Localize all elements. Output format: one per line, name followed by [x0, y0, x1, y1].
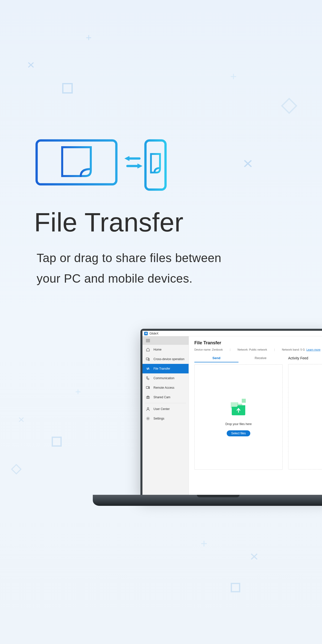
sidebar-item-user-center[interactable]: User Center	[142, 404, 189, 414]
gear-icon	[146, 417, 150, 421]
sidebar-item-remote-access[interactable]: Remote Access	[142, 383, 189, 392]
window-title: GlideX	[149, 332, 158, 335]
svg-rect-21	[242, 399, 246, 403]
sidebar-item-label: Communication	[153, 376, 174, 380]
upload-folder-icon	[227, 398, 250, 418]
remote-icon	[146, 386, 150, 390]
sidebar-item-file-transfer[interactable]: File Transfer	[142, 364, 189, 373]
sidebar-item-home[interactable]: Home	[142, 345, 189, 354]
laptop-mockup: GlideX Home Cross-de	[140, 329, 322, 509]
sidebar-item-label: Settings	[153, 417, 164, 420]
home-icon	[146, 348, 150, 352]
main-content: File Transfer Device name: Zenbook | Net…	[189, 336, 322, 495]
user-icon	[146, 407, 150, 411]
sidebar-item-shared-cam[interactable]: Shared Cam	[142, 392, 189, 402]
sidebar-item-label: Shared Cam	[153, 395, 170, 399]
decoration-diamond	[281, 98, 297, 114]
sidebar-item-label: File Transfer	[153, 367, 170, 370]
sidebar-item-label: Home	[153, 348, 162, 351]
learn-more-link[interactable]: Learn more	[306, 348, 320, 351]
transfer-icon	[146, 367, 150, 371]
window-titlebar: GlideX	[142, 331, 322, 336]
svg-rect-16	[146, 386, 149, 388]
decoration-square	[52, 437, 62, 447]
decoration-plus: +	[230, 70, 237, 83]
device-info-row: Device name: Zenbook | Network: Public n…	[194, 348, 322, 351]
laptop-base	[93, 495, 322, 506]
decoration-plus: +	[75, 386, 81, 397]
sidebar-item-settings[interactable]: Settings	[142, 414, 189, 423]
page-subtitle: Tap or drag to share files between your …	[37, 248, 221, 289]
app-logo-icon	[144, 332, 148, 335]
file-dropzone[interactable]: Drop your files here Select files	[194, 364, 283, 470]
sidebar-item-label: Remote Access	[153, 386, 174, 389]
sidebar-item-label: User Center	[153, 407, 170, 411]
tab-send[interactable]: Send	[194, 355, 238, 362]
file-transfer-hero-icon	[32, 138, 168, 192]
activity-feed-panel	[288, 364, 322, 469]
transfer-tabs: Send Receive	[194, 355, 283, 362]
decoration-x: ×	[18, 414, 25, 426]
decoration-square	[62, 83, 73, 94]
svg-marker-6	[124, 156, 129, 161]
sidebar-item-communication[interactable]: Communication	[142, 373, 189, 383]
activity-feed-title: Activity Feed	[288, 355, 322, 362]
sidebar-divider	[145, 403, 186, 403]
decoration-diamond	[11, 464, 22, 474]
decoration-x: ×	[243, 154, 253, 173]
tab-receive[interactable]: Receive	[238, 355, 283, 362]
svg-point-18	[147, 397, 149, 398]
sidebar-item-cross-device[interactable]: Cross-device operation	[142, 354, 189, 364]
svg-rect-9	[145, 140, 166, 190]
sidebar: Home Cross-device operation File Transfe…	[142, 336, 189, 495]
decoration-plus: +	[86, 32, 92, 43]
page-title: File Transfer	[34, 207, 184, 237]
devices-icon	[146, 357, 150, 361]
phone-icon	[146, 376, 150, 380]
select-files-button[interactable]: Select files	[227, 430, 250, 436]
content-title: File Transfer	[194, 340, 322, 346]
decoration-x: ×	[27, 58, 35, 72]
decoration-plus: +	[201, 537, 207, 550]
camera-icon	[146, 395, 150, 399]
svg-point-19	[147, 408, 149, 409]
dropzone-text: Drop your files here	[225, 422, 252, 426]
hamburger-menu-button[interactable]	[142, 336, 189, 345]
sidebar-item-label: Cross-device operation	[153, 357, 184, 361]
svg-marker-8	[137, 164, 142, 169]
decoration-square	[231, 583, 240, 592]
svg-point-20	[147, 418, 149, 419]
decoration-x: ×	[250, 548, 259, 564]
